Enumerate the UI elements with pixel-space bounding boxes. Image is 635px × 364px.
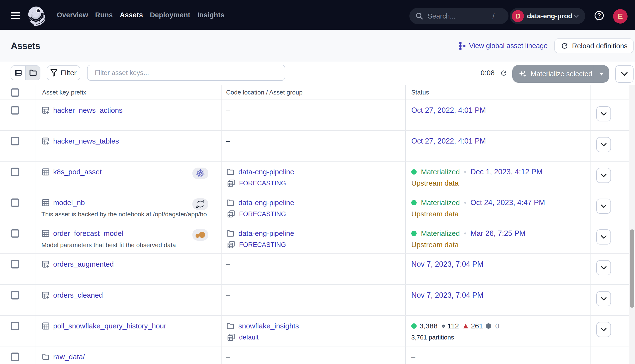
svg-text:?: ? xyxy=(597,12,601,19)
